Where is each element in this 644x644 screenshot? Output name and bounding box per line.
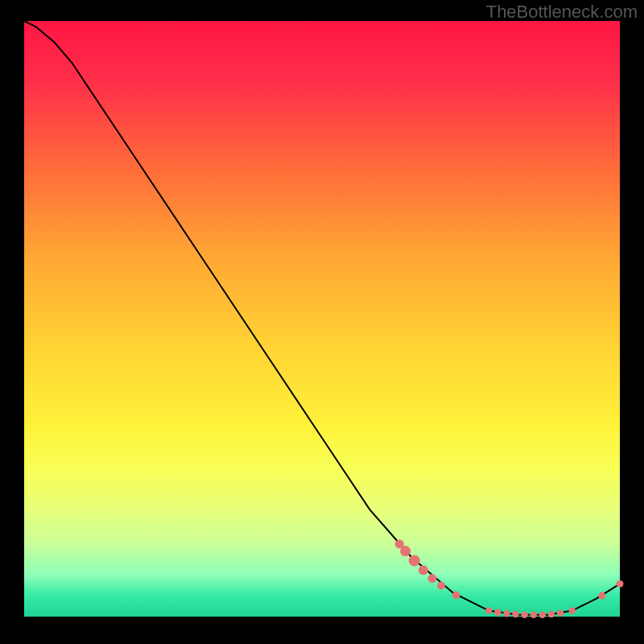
- data-marker: [539, 612, 546, 618]
- data-marker: [548, 611, 555, 617]
- data-marker: [512, 611, 518, 617]
- data-marker: [437, 582, 445, 590]
- data-marker: [485, 607, 492, 613]
- data-marker: [494, 609, 501, 616]
- data-marker: [569, 607, 576, 613]
- data-marker: [617, 580, 624, 588]
- watermark-text: TheBottleneck.com: [486, 2, 638, 23]
- data-marker: [419, 565, 428, 575]
- plot-background: [24, 21, 620, 617]
- data-marker: [598, 592, 605, 600]
- data-marker: [427, 574, 436, 583]
- data-marker: [400, 546, 411, 556]
- chart-container: TheBottleneck.com: [0, 0, 644, 644]
- data-marker: [452, 592, 460, 600]
- data-marker: [530, 612, 537, 618]
- data-marker: [521, 612, 527, 618]
- bottleneck-chart: [0, 0, 644, 644]
- data-marker: [503, 610, 510, 617]
- data-marker: [409, 555, 420, 566]
- data-marker: [557, 609, 564, 616]
